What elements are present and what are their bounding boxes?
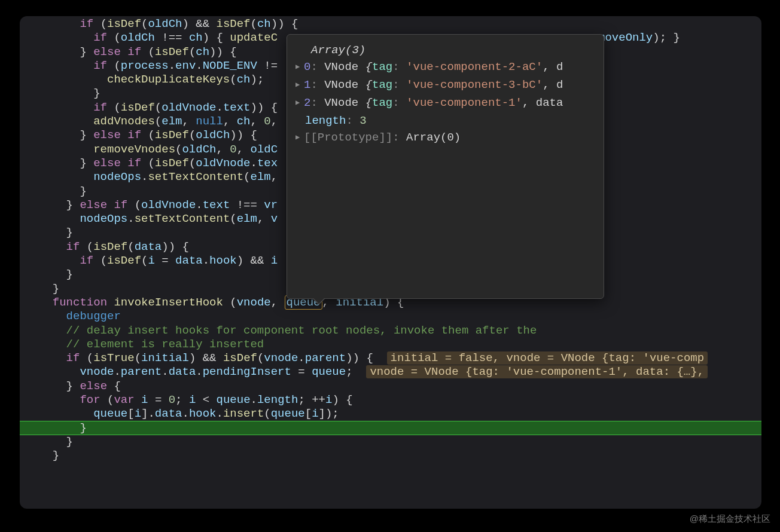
tooltip-array-item[interactable]: ▶0: VNode {tag: 'vue-component-2-aC', d — [295, 59, 595, 77]
code-line[interactable]: } — [39, 435, 761, 449]
watermark: @稀土掘金技术社区 — [690, 513, 770, 525]
prototype-row[interactable]: ▶[[Prototype]]: Array(0) — [295, 129, 595, 147]
tooltip-array-item[interactable]: ▶1: VNode {tag: 'vue-component-3-bC', d — [295, 77, 595, 94]
code-line[interactable]: // element is really inserted — [39, 338, 761, 351]
code-line[interactable]: } else { — [39, 380, 761, 393]
chevron-right-icon[interactable]: ▶ — [295, 59, 303, 75]
chevron-right-icon[interactable]: ▶ — [295, 129, 303, 146]
length-row: length: 3 — [295, 112, 595, 129]
code-line[interactable]: } — [39, 421, 761, 435]
chevron-right-icon[interactable]: ▶ — [295, 94, 303, 111]
code-line[interactable]: for (var i = 0; i < queue.length; ++i) { — [39, 393, 761, 407]
code-line[interactable]: // delay insert hooks for component root… — [39, 324, 761, 338]
value-tooltip[interactable]: Array(3) ▶0: VNode {tag: 'vue-component-… — [287, 34, 604, 299]
tooltip-array-item[interactable]: ▶2: VNode {tag: 'vue-component-1', data — [295, 94, 595, 112]
code-line[interactable]: if (isDef(oldCh) && isDef(ch)) { — [39, 17, 761, 31]
code-line[interactable]: vnode.parent.data.pendingInsert = queue;… — [39, 365, 761, 379]
chevron-right-icon[interactable]: ▶ — [295, 77, 303, 93]
code-line[interactable]: if (isTrue(initial) && isDef(vnode.paren… — [39, 351, 761, 365]
code-line[interactable]: queue[i].data.hook.insert(queue[i]); — [39, 407, 761, 421]
inline-value: initial = false, vnode = VNode {tag: 'vu… — [387, 351, 708, 365]
code-line[interactable]: debugger — [39, 310, 761, 323]
code-editor[interactable]: if (isDef(oldCh) && isDef(ch)) { if (old… — [20, 16, 761, 509]
code-line[interactable]: } — [39, 449, 761, 463]
tooltip-title: Array(3) — [295, 42, 595, 59]
inline-value: vnode = VNode {tag: 'vue-component-1', d… — [366, 365, 708, 378]
